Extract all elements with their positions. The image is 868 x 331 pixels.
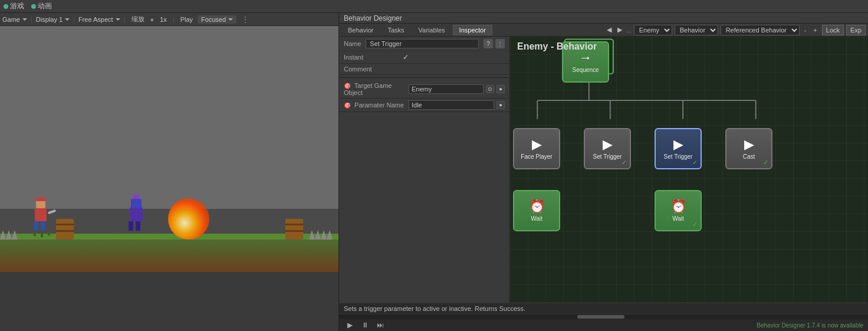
- scroll-thumb[interactable]: [577, 315, 624, 319]
- play-label: Play: [178, 16, 195, 23]
- set-trigger-1-check: ✓: [622, 159, 627, 166]
- bd-toolbar-right: ◀ ▶ ... Enemy Behavior Referenced Behavi…: [605, 25, 866, 35]
- wait-1-icon: ⏰: [529, 200, 545, 213]
- main-container: Game | Display 1 | Free Aspect | 缩放 ● 1x…: [0, 13, 868, 331]
- node-set-trigger-1[interactable]: ▶ Set Trigger ✓: [584, 128, 631, 169]
- ref-behavior-selector[interactable]: Referenced Behavior: [721, 25, 800, 35]
- nav-dots: ...: [626, 27, 632, 34]
- pause-button[interactable]: ⏸: [359, 320, 371, 330]
- nav-next[interactable]: ▶: [616, 26, 624, 34]
- display-dropdown[interactable]: Display 1: [36, 16, 70, 23]
- comment-label: Comment: [344, 65, 403, 73]
- aspect-dropdown[interactable]: Free Aspect: [78, 16, 120, 23]
- set-trigger-1-label: Set Trigger: [593, 153, 622, 160]
- scale-label: 缩放: [129, 15, 147, 24]
- set-trigger-2-label: Set Trigger: [664, 153, 693, 160]
- plus-btn[interactable]: +: [811, 27, 819, 34]
- game-dropdown[interactable]: Game: [2, 16, 27, 23]
- instant-label: Instant: [344, 54, 403, 61]
- settings-icon[interactable]: ⋮: [495, 39, 505, 48]
- scale-value: 1x: [157, 16, 169, 23]
- target-reset-icon[interactable]: ⊙: [486, 85, 494, 93]
- param-more-icon[interactable]: ●: [497, 101, 505, 109]
- play-button[interactable]: ▶: [344, 320, 356, 330]
- name-label: Name: [344, 40, 361, 47]
- cast-check: ✓: [763, 159, 768, 166]
- tab-behavior[interactable]: Behavior: [341, 25, 380, 35]
- game-panel: Game | Display 1 | Free Aspect | 缩放 ● 1x…: [0, 13, 339, 331]
- nav-prev[interactable]: ◀: [605, 26, 613, 34]
- set-trigger-2-check: ✓: [692, 159, 698, 166]
- wait-2-label: Wait: [672, 215, 684, 222]
- scroll-bar[interactable]: [339, 314, 868, 319]
- more-options[interactable]: ⋮: [239, 15, 249, 24]
- aspect-arrow: [116, 18, 120, 21]
- focused-arrow: [228, 18, 233, 21]
- bd-controls: ▶ ⏸ ⏭ Behavior Designer 1.7.4 is now ava…: [339, 319, 868, 331]
- cast-body: ▶ Cast ✓: [725, 128, 772, 169]
- set-trigger-1-icon: ▶: [603, 138, 613, 151]
- wait-1-label: Wait: [531, 215, 542, 222]
- comment-row: Comment: [339, 64, 509, 75]
- status-bar: Sets a trigger parameter to active or in…: [339, 303, 868, 314]
- minus-btn[interactable]: -: [802, 27, 809, 34]
- graph-panel[interactable]: Enemy - Behavior: [510, 37, 868, 303]
- bd-header: Behavior Designer: [339, 13, 868, 24]
- target-label: 🎯 Target Game Object: [344, 82, 409, 96]
- target-value[interactable]: Enemy: [409, 84, 484, 94]
- game-viewport: [0, 26, 338, 331]
- face-player-label: Face Player: [521, 153, 552, 160]
- top-bar: 游戏 动画: [0, 0, 868, 13]
- bd-content: Name ? ⋮ Instant ✓ Comment: [339, 37, 868, 303]
- tab-variables[interactable]: Variables: [412, 25, 452, 35]
- step-button[interactable]: ⏭: [374, 320, 386, 330]
- lock-button[interactable]: Lock: [822, 25, 844, 35]
- graph-title: Enemy - Behavior: [517, 41, 597, 52]
- wait-2-check: ✓: [692, 221, 698, 228]
- bd-bottom: Sets a trigger parameter to active or in…: [339, 303, 868, 331]
- node-name-row: Name ? ⋮: [339, 37, 509, 51]
- set-trigger-2-body: ▶ Set Trigger ✓: [655, 128, 702, 169]
- target-more-icon[interactable]: ●: [497, 85, 505, 93]
- param-value[interactable]: Idle: [409, 100, 494, 110]
- spikes-left: [0, 230, 18, 240]
- name-input[interactable]: [366, 39, 479, 48]
- inspector-icons: ? ⋮: [484, 39, 505, 48]
- bd-title: Behavior Designer: [344, 14, 402, 22]
- game-dropdown-arrow: [22, 18, 27, 21]
- anim-tab[interactable]: 动画: [31, 1, 52, 11]
- set-trigger-2-icon: ▶: [673, 138, 683, 151]
- focused-dropdown[interactable]: Focused: [198, 15, 236, 24]
- cast-label: Cast: [743, 153, 755, 160]
- wait-2-body: ⏰ Wait ✓: [655, 190, 702, 231]
- game-tab[interactable]: 游戏: [4, 1, 24, 11]
- tab-tasks[interactable]: Tasks: [381, 25, 410, 35]
- enemy-selector[interactable]: Enemy: [634, 25, 672, 35]
- barricade-left: [56, 219, 74, 240]
- node-cast[interactable]: ▶ Cast ✓: [725, 128, 772, 169]
- set-trigger-1-body: ▶ Set Trigger ✓: [584, 128, 631, 169]
- target-value-container: Enemy ⊙ ●: [409, 84, 505, 94]
- exp-button[interactable]: Exp: [846, 25, 866, 35]
- node-wait-1[interactable]: ⏰ Wait: [513, 190, 560, 231]
- param-row: 🎯 Paramater Name Idle ●: [339, 99, 509, 112]
- instant-row: Instant ✓: [339, 51, 509, 64]
- face-player-body: ▶ Face Player: [513, 128, 560, 169]
- sequence-label: Sequence: [572, 67, 599, 73]
- wait-1-body: ⏰ Wait: [513, 190, 560, 231]
- grass-detail: [34, 231, 321, 235]
- face-player-icon: ▶: [532, 138, 542, 151]
- node-wait-2[interactable]: ⏰ Wait ✓: [655, 190, 702, 231]
- behavior-selector[interactable]: Behavior: [675, 25, 718, 35]
- right-panel: Behavior Designer Behavior Tasks Variabl…: [339, 13, 868, 331]
- node-face-player[interactable]: ▶ Face Player: [513, 128, 560, 169]
- ground-platform: [0, 237, 338, 272]
- divider: [339, 77, 509, 78]
- node-set-trigger-2[interactable]: ▶ Set Trigger ✓: [655, 128, 702, 169]
- game-toolbar: Game | Display 1 | Free Aspect | 缩放 ● 1x…: [0, 13, 338, 26]
- target-row: 🎯 Target Game Object Enemy ⊙ ●: [339, 80, 509, 99]
- help-icon[interactable]: ?: [484, 39, 493, 48]
- param-value-container: Idle ●: [409, 100, 505, 110]
- tab-inspector[interactable]: Inspector: [453, 25, 492, 35]
- version-label: Behavior Designer 1.7.4 is now available: [757, 322, 863, 329]
